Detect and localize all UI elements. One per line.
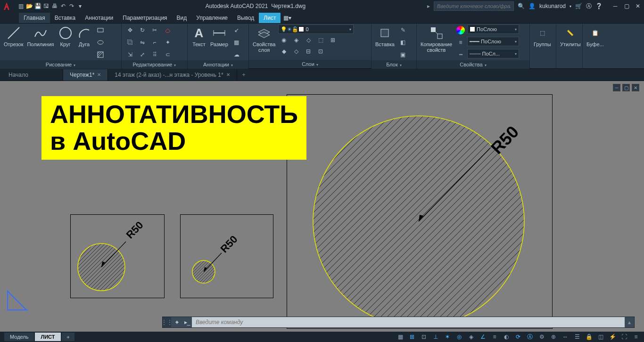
mirror-icon[interactable]: ⇋	[137, 37, 148, 48]
sb-model-icon[interactable]: ▦	[395, 333, 405, 341]
search-play-icon[interactable]: ▸	[427, 3, 430, 9]
scale-icon[interactable]: ⤢	[137, 49, 148, 60]
sb-ortho-icon[interactable]: ⊥	[430, 333, 441, 341]
sb-units-icon[interactable]: ↔	[560, 333, 570, 341]
color-combo[interactable]: ПоСлою	[467, 24, 519, 34]
layer-props-button[interactable]: Свойства слоя	[252, 24, 276, 54]
panel-draw-title[interactable]: Рисование	[0, 60, 121, 69]
sb-lock-icon[interactable]: 🔒	[584, 333, 594, 341]
sb-isolate-icon[interactable]: ◫	[595, 333, 606, 341]
layer-tool-9[interactable]: ⊡	[315, 46, 326, 57]
viewport-min-icon[interactable]: ─	[613, 84, 620, 91]
linetype-combo[interactable]: ─── ПоСл...	[467, 49, 519, 58]
layer-tool-6[interactable]: ◆	[278, 46, 289, 57]
layer-tool-1[interactable]: ◉	[278, 34, 289, 46]
layer-tool-5[interactable]: ⊞	[327, 34, 339, 46]
undo-icon[interactable]: ↶	[59, 2, 67, 10]
tab-home[interactable]: Главная	[19, 13, 50, 23]
polyline-button[interactable]: Полилиния	[26, 24, 55, 48]
sb-workspace-icon[interactable]: ⚙	[537, 333, 547, 341]
redo-icon[interactable]: ↷	[68, 2, 75, 10]
tab-manage[interactable]: Управление	[191, 13, 232, 23]
arc-button[interactable]: Дуга	[76, 24, 93, 48]
doc-tab-1[interactable]: 14 этаж (2-й аказ) -...н этажа - Уровень…	[108, 69, 237, 81]
cloud-icon[interactable]: ☁	[231, 49, 242, 60]
panel-modify-title[interactable]: Редактирование	[122, 60, 187, 69]
move-icon[interactable]: ✥	[124, 24, 136, 36]
linetype-icon[interactable]: ┉	[455, 49, 466, 60]
qat-dropdown-icon[interactable]: ▾	[76, 2, 84, 10]
layer-combo[interactable]: 💡☀🔓 0	[278, 24, 354, 34]
sb-grid-icon[interactable]: ⊞	[407, 333, 417, 341]
layer-tool-7[interactable]: ◇	[290, 46, 302, 57]
saveas-icon[interactable]: 🖫	[42, 2, 50, 10]
sb-annomonitor-icon[interactable]: ⊕	[548, 333, 559, 341]
layer-tool-2[interactable]: ◈	[290, 34, 302, 46]
insert-button[interactable]: Вставка	[374, 24, 396, 48]
sb-otrack-icon[interactable]: ∠	[478, 333, 488, 341]
sb-lwt-icon[interactable]: ≡	[489, 333, 500, 341]
circle-button[interactable]: Круг	[57, 24, 74, 48]
sheet-tab[interactable]: ЛИСТ	[34, 332, 61, 342]
new-icon[interactable]: ▥	[17, 2, 25, 10]
hatch-icon[interactable]	[95, 49, 106, 60]
save-icon[interactable]: 💾	[34, 2, 41, 10]
offset-icon[interactable]: ⊂	[162, 49, 173, 60]
rotate-icon[interactable]: ↻	[137, 24, 148, 36]
start-tab[interactable]: Начало	[2, 69, 63, 81]
leader-icon[interactable]: ↙	[231, 24, 242, 36]
cmdline-prompt-icon[interactable]: ⌖	[171, 319, 182, 326]
sb-polar-icon[interactable]: ✶	[442, 333, 453, 341]
add-tab-button[interactable]: ＋	[237, 71, 250, 79]
color-wheel-icon[interactable]	[456, 26, 465, 34]
groups-button[interactable]: ⬚Группы	[533, 24, 552, 48]
minimize-icon[interactable]: ─	[611, 2, 619, 10]
model-tab[interactable]: Модель	[4, 332, 34, 342]
close-icon[interactable]: ✕	[634, 2, 642, 10]
search-icon[interactable]: 🔍	[518, 3, 525, 9]
array-icon[interactable]: ⠿	[149, 49, 160, 60]
block-attr-icon[interactable]: ◧	[397, 37, 409, 48]
rect-icon[interactable]	[95, 24, 106, 36]
sb-transparency-icon[interactable]: ◐	[501, 333, 512, 341]
tab-extra-icon[interactable]: ▦▾	[281, 13, 294, 23]
viewport-restore-icon[interactable]: ▢	[622, 84, 630, 91]
sb-osnap-icon[interactable]: ◎	[454, 333, 464, 341]
block-create-icon[interactable]: ▣	[397, 49, 409, 60]
sb-clean-icon[interactable]: ⛶	[619, 333, 629, 341]
tab-output[interactable]: Вывод	[232, 13, 259, 23]
app-switcher-icon[interactable]: Ⓐ	[586, 2, 592, 10]
lineweight-icon[interactable]: ≡	[455, 37, 466, 48]
tab-insert[interactable]: Вставка	[50, 13, 81, 23]
tab-parametric[interactable]: Параметризация	[118, 13, 172, 23]
tab-layout[interactable]: Лист	[259, 13, 281, 23]
matchprops-button[interactable]: Копирование свойств	[420, 24, 453, 54]
sb-custom-icon[interactable]: ≡	[631, 333, 641, 341]
command-input[interactable]	[192, 317, 625, 327]
user-dropdown-icon[interactable]: ▾	[570, 4, 571, 8]
sb-3dosnap-icon[interactable]: ◈	[466, 333, 476, 341]
table-icon[interactable]: ▦	[231, 37, 242, 48]
sb-cycling-icon[interactable]: ⟳	[513, 333, 523, 341]
sb-snap-icon[interactable]: ⊡	[419, 333, 429, 341]
doc-tab-0[interactable]: Чертеж1*✕	[63, 69, 108, 81]
open-icon[interactable]: 📂	[25, 2, 33, 10]
user-icon[interactable]: 👤	[528, 3, 536, 9]
dimension-button[interactable]: Размер	[209, 24, 229, 48]
erase-icon[interactable]	[162, 24, 173, 36]
text-button[interactable]: AТекст	[190, 24, 207, 48]
username[interactable]: kukunarod	[539, 3, 566, 9]
utils-button[interactable]: 📏Утилиты	[559, 24, 582, 48]
layer-tool-8[interactable]: ⊟	[303, 46, 314, 57]
panel-block-title[interactable]: Блок	[372, 60, 416, 69]
explode-icon[interactable]: ✦	[162, 37, 173, 48]
app-logo[interactable]	[2, 1, 14, 11]
copy-icon[interactable]: ⿻	[124, 37, 136, 48]
cmdline-expand-icon[interactable]: ▴	[625, 319, 634, 326]
close-tab-icon[interactable]: ✕	[97, 72, 101, 77]
lineweight-combo[interactable]: ━━━ ПоСлою	[467, 37, 519, 46]
search-input[interactable]	[434, 1, 514, 11]
layer-tool-3[interactable]: ◇	[303, 34, 314, 46]
ucs-icon[interactable]	[5, 285, 33, 313]
fillet-icon[interactable]: ⌐	[149, 37, 160, 48]
